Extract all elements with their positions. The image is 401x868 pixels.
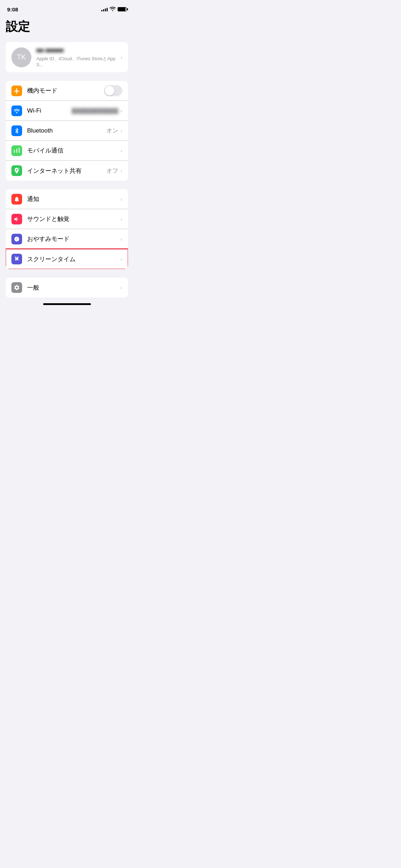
hotspot-icon [11,165,22,176]
wifi-chevron: › [120,108,122,114]
sounds-row[interactable]: サウンドと触覚 › [6,209,128,229]
general-icon [11,282,22,293]
sounds-chevron: › [120,216,122,222]
donotdisturb-row[interactable]: おやすみモード › [6,229,128,249]
system-group: 通知 › サウンドと触覚 › おやすみモード › [6,189,128,269]
hotspot-row[interactable]: インターネット共有 オフ › [6,161,128,181]
status-time: 9:08 [7,6,18,12]
general-chevron: › [120,285,122,290]
wifi-value: ████████████ [72,108,118,114]
status-icons [101,6,127,12]
cellular-icon [11,145,22,156]
wifi-label: Wi-Fi [27,107,72,114]
battery-icon [118,7,127,11]
screentime-label: スクリーンタイム [27,255,120,263]
bluetooth-chevron: › [120,128,122,134]
page-title: 設定 [6,19,128,35]
home-indicator [0,300,134,308]
bluetooth-value: オン [106,126,118,135]
page-title-area: 設定 [0,16,134,39]
screentime-row[interactable]: スクリーンタイム › [6,249,128,269]
wifi-row[interactable]: Wi-Fi ████████████ › [6,101,128,121]
general-section: 一般 › [0,275,134,300]
airplane-mode-row[interactable]: 機内モード [6,81,128,101]
notifications-label: 通知 [27,195,120,203]
home-bar [43,303,91,305]
sounds-icon [11,214,22,224]
general-row[interactable]: 一般 › [6,278,128,298]
hotspot-label: インターネット共有 [27,167,106,175]
cellular-label: モバイル通信 [27,146,120,155]
profile-section: TK ■■ ■■■■■ Apple ID、iCloud、iTunes Store… [0,39,134,75]
screentime-icon [11,254,22,264]
profile-subtitle: Apple ID、iCloud、iTunes StoreとApp S... [36,56,120,67]
profile-info: ■■ ■■■■■ Apple ID、iCloud、iTunes StoreとAp… [36,47,120,67]
status-bar: 9:08 [0,0,134,16]
bluetooth-row[interactable]: Bluetooth オン › [6,121,128,141]
screentime-chevron: › [120,256,122,262]
avatar: TK [11,47,31,67]
hotspot-value: オフ [106,167,118,175]
signal-icon [101,7,108,11]
profile-chevron: › [120,55,122,60]
donotdisturb-chevron: › [120,236,122,242]
connectivity-group: 機内モード Wi-Fi ████████████ › [6,81,128,181]
profile-name: ■■ ■■■■■ [36,47,120,54]
wifi-icon [11,105,22,116]
airplane-mode-icon [11,86,22,96]
system-section: 通知 › サウンドと触覚 › おやすみモード › [0,186,134,272]
wifi-status-icon [110,6,115,12]
general-group: 一般 › [6,278,128,298]
notifications-icon [11,194,22,205]
donotdisturb-label: おやすみモード [27,235,120,243]
sounds-label: サウンドと触覚 [27,215,120,223]
airplane-mode-toggle[interactable] [104,85,122,96]
profile-row[interactable]: TK ■■ ■■■■■ Apple ID、iCloud、iTunes Store… [6,42,128,72]
general-label: 一般 [27,284,120,292]
notifications-chevron: › [120,196,122,202]
cellular-row[interactable]: モバイル通信 › [6,141,128,161]
airplane-mode-label: 機内モード [27,87,104,95]
bluetooth-label: Bluetooth [27,127,106,134]
hotspot-chevron: › [120,168,122,174]
cellular-chevron: › [120,148,122,154]
bluetooth-icon [11,125,22,136]
connectivity-section: 機内モード Wi-Fi ████████████ › [0,78,134,184]
donotdisturb-icon [11,234,22,244]
notifications-row[interactable]: 通知 › [6,189,128,209]
